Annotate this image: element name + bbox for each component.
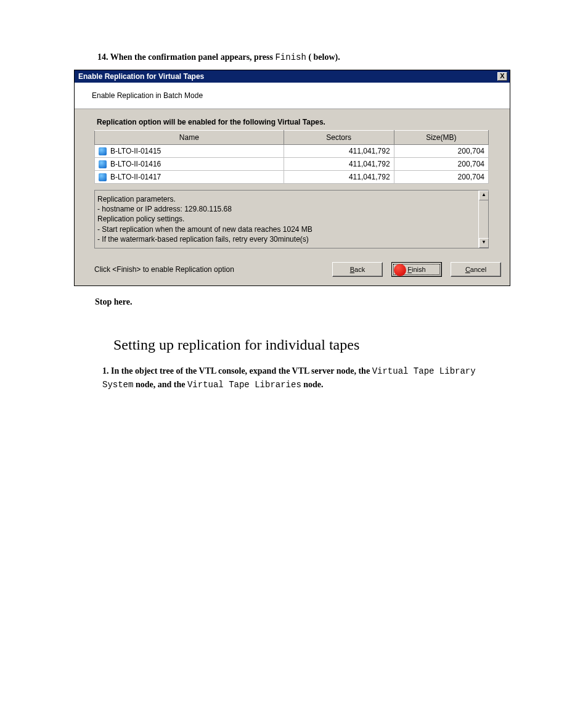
scroll-up-icon[interactable]: ▲ — [479, 191, 489, 200]
stop-here-text: Stop here. — [95, 297, 514, 307]
step-1-p1: In the object tree of the VTL console, e… — [111, 366, 372, 376]
dialog-title: Enable Replication for Virtual Tapes — [78, 72, 204, 81]
step-1-mono2: Virtual Tape Libraries — [187, 380, 301, 390]
option-text: Replication option will be enabled for t… — [94, 114, 499, 130]
tape-sectors: 411,041,792 — [284, 171, 394, 184]
tape-name: B-LTO-II-01416 — [110, 160, 161, 168]
close-button[interactable]: X — [497, 72, 507, 81]
step-1-p3: node. — [303, 380, 323, 389]
tape-size: 200,704 — [394, 171, 488, 184]
tape-size: 200,704 — [394, 145, 488, 158]
tape-name: B-LTO-II-01417 — [110, 173, 161, 181]
replication-parameters-panel: Replication parameters. - hostname or IP… — [94, 190, 489, 248]
dialog-button-row: Click <Finish> to enable Replication opt… — [75, 262, 510, 285]
virtual-tapes-table: Name Sectors Size(MB) B-LTO-II-01415 411… — [94, 130, 489, 184]
cancel-button[interactable]: Cancel — [451, 262, 501, 277]
tape-sectors: 411,041,792 — [284, 145, 394, 158]
tape-icon — [99, 160, 107, 168]
replication-parameters-text: Replication parameters. - hostname or IP… — [95, 191, 478, 248]
enable-replication-dialog: Enable Replication for Virtual Tapes X E… — [74, 70, 510, 286]
step-14-finish-mono: Finish — [275, 52, 306, 62]
dialog-titlebar: Enable Replication for Virtual Tapes X — [75, 70, 510, 83]
col-name: Name — [95, 131, 284, 145]
step-14: 14. When the confirmation panel appears,… — [97, 52, 514, 62]
param-line: Replication parameters. — [97, 194, 473, 204]
dialog-subtitle: Enable Replication in Batch Mode — [75, 83, 510, 109]
back-button[interactable]: Back — [332, 262, 383, 277]
table-row[interactable]: B-LTO-II-01416 411,041,792 200,704 — [95, 158, 489, 171]
scrollbar[interactable]: ▲ ▼ — [478, 191, 488, 248]
param-line: Replication policy settings. — [97, 214, 473, 224]
step-14-number: 14. — [97, 52, 108, 62]
col-sectors: Sectors — [284, 131, 394, 145]
tape-sectors: 411,041,792 — [284, 158, 394, 171]
finish-hint: Click <Finish> to enable Replication opt… — [94, 265, 324, 274]
callout-marker-icon — [394, 264, 406, 276]
tape-name: B-LTO-II-01415 — [110, 147, 161, 155]
col-size: Size(MB) — [394, 131, 488, 145]
table-row[interactable]: B-LTO-II-01417 411,041,792 200,704 — [95, 171, 489, 184]
param-line: - hostname or IP address: 129.80.115.68 — [97, 204, 473, 214]
scroll-down-icon[interactable]: ▼ — [479, 238, 489, 248]
finish-button[interactable]: Finish — [391, 262, 442, 277]
tape-icon — [99, 173, 107, 181]
step-1-number: 1. — [102, 366, 109, 376]
table-row[interactable]: B-LTO-II-01415 411,041,792 200,704 — [95, 145, 489, 158]
step-1: 1. In the object tree of the VTL console… — [102, 364, 514, 392]
param-line: - Start replication when the amount of n… — [97, 224, 473, 234]
tape-size: 200,704 — [394, 158, 488, 171]
step-1-p2: node, and the — [136, 380, 187, 389]
step-14-prefix: When the confirmation panel appears, pre… — [110, 52, 276, 62]
step-14-suffix: ( below). — [308, 52, 340, 62]
param-line: - If the watermark-based replication fai… — [97, 234, 473, 244]
tape-icon — [99, 147, 107, 155]
section-heading: Setting up replication for individual ta… — [113, 337, 514, 353]
